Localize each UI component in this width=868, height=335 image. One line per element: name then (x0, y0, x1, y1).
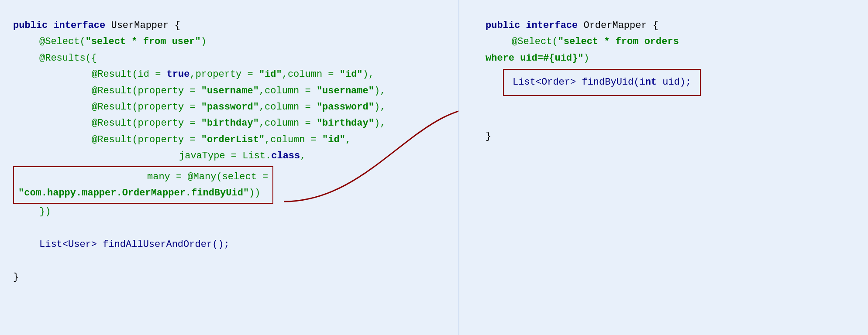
highlight-box-left: many = @Many(select = "com.happy.mapper.… (13, 166, 273, 204)
line-blank1 (13, 220, 437, 236)
line-9: javaType = List.class, (179, 148, 437, 164)
result-id-2: ,property = (189, 69, 258, 80)
right-panel: public interface OrderMapper { @Select("… (458, 0, 868, 335)
result-id: @Result(id = (92, 69, 167, 80)
str-id3: "id" (322, 134, 345, 145)
r-uid: uid); (657, 77, 691, 88)
left-code-block: public interface UserMapper { @Select("s… (13, 17, 437, 285)
line-6: @Result(property = "password",column = "… (92, 99, 437, 115)
line-3: @Results({ (39, 50, 437, 66)
r-str-select2: where uid=#{uid}" (486, 53, 583, 64)
str-username: "username" (201, 85, 259, 96)
str-findbyuid: "com.happy.mapper.OrderMapper.findByUid" (18, 188, 249, 198)
highlight-box-right: List<Order> findByUid(int uid); (503, 69, 701, 96)
annotation-results: @Results({ (39, 53, 97, 64)
r-list-order: List<Order> findByUid( (513, 77, 639, 88)
annotation-select: @Select( (39, 36, 86, 47)
str-id: "id" (259, 69, 282, 80)
r-annotation-close: ) (583, 53, 589, 64)
result-id-3: ,column = (282, 69, 340, 80)
space (105, 20, 111, 31)
r-str-select1: "select * from orders (558, 36, 679, 47)
line-11: "com.happy.mapper.OrderMapper.findByUid"… (18, 185, 268, 201)
right-line-blank2 (486, 112, 851, 128)
right-line-2: @Select("select * from orders (512, 34, 851, 50)
str-password: "password" (201, 102, 259, 113)
javatype: javaType = List. (179, 150, 271, 161)
result-username: @Result(property = (92, 85, 201, 96)
right-line-1: public interface OrderMapper { (486, 17, 851, 34)
kw-true: true (167, 69, 190, 80)
line-8: @Result(property = "orderList",column = … (92, 132, 437, 148)
class-name: UserMapper { (111, 20, 180, 31)
line-2: @Select("select * from user") (39, 34, 437, 50)
close-results: }) (39, 206, 51, 217)
string-select: "select * from user" (86, 36, 201, 47)
kw-class: class (271, 150, 300, 161)
line-7: @Result(property = "birthday",column = "… (92, 115, 437, 131)
line-12: }) (39, 204, 437, 220)
r-close-brace: } (486, 131, 491, 142)
r-keyword-interface: interface (526, 20, 578, 31)
line-10: many = @Many(select = (147, 169, 268, 185)
str-password2: "password" (317, 102, 374, 113)
line-1: public interface UserMapper { (13, 17, 437, 34)
close-brace-left: } (13, 272, 19, 283)
str-username2: "username" (317, 85, 374, 96)
javatype-2: , (300, 150, 306, 161)
right-line-3: where uid=#{uid}") (486, 50, 851, 66)
line-blank2 (13, 253, 437, 269)
list-user: List<User> findAllUserAndOrder(); (39, 239, 230, 250)
str-orderlist: "orderList" (201, 134, 265, 145)
result-orderlist-2: ,column = (265, 134, 322, 145)
right-code-block: public interface OrderMapper { @Select("… (486, 17, 851, 145)
result-password: @Result(property = (92, 102, 201, 113)
space (48, 20, 53, 31)
result-username-2: ,column = (259, 85, 317, 96)
many: many = (147, 171, 187, 182)
annotation-close: ) (201, 36, 207, 47)
str-birthday: "birthday" (201, 118, 259, 129)
result-orderlist: @Result(property = (92, 134, 201, 145)
line-5: @Result(property = "username",column = "… (92, 83, 437, 99)
result-birthday-2: ,column = (259, 118, 317, 129)
right-line-4: List<Order> findByUid(int uid); (513, 74, 691, 90)
line-14: } (13, 269, 437, 285)
result-id-4: ), (363, 69, 374, 80)
line-4: @Result(id = true,property = "id",column… (92, 66, 437, 82)
line-13: List<User> findAllUserAndOrder(); (39, 236, 437, 253)
right-line-5: } (486, 128, 851, 144)
keyword-public: public (13, 20, 48, 31)
at-many: @Many (187, 171, 216, 182)
right-line-blank (486, 96, 851, 112)
result-password-2: ,column = (259, 102, 317, 113)
result-birthday-3: ), (374, 118, 386, 129)
keyword-interface: interface (53, 20, 105, 31)
left-panel: public interface UserMapper { @Select("s… (0, 0, 458, 335)
r-kw-int: int (639, 77, 657, 88)
result-orderlist-3: , (345, 134, 351, 145)
r-keyword-public: public (486, 20, 520, 31)
str-birthday2: "birthday" (317, 118, 374, 129)
str-id2: "id" (340, 69, 363, 80)
full-page: public interface UserMapper { @Select("s… (0, 0, 868, 335)
r-annotation-select: @Select( (512, 36, 558, 47)
result-birthday: @Result(property = (92, 118, 201, 129)
result-username-3: ), (374, 85, 386, 96)
many-2: (select = (216, 171, 268, 182)
r-class-name: OrderMapper { (583, 20, 658, 31)
result-password-3: ), (374, 102, 386, 113)
many-close: )) (249, 188, 260, 198)
